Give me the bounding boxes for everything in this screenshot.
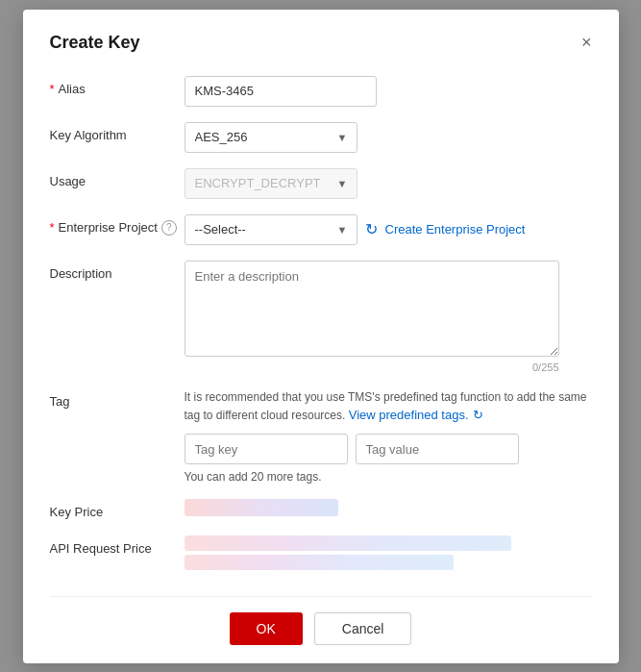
api-request-price-row: API Request Price [50,535,592,573]
alias-control [185,76,592,107]
api-request-price-label: API Request Price [50,535,185,556]
description-row: Description 0/255 [50,261,592,373]
api-request-price-blurred [185,535,550,570]
alias-required-star: * [50,82,55,96]
description-textarea[interactable] [185,261,559,357]
modal-overlay: Create Key × * Alias Key Algorithm AES_2… [0,0,641,672]
description-textarea-wrapper: 0/255 [185,261,559,373]
create-key-modal: Create Key × * Alias Key Algorithm AES_2… [23,10,619,663]
enterprise-project-select-wrapper: --Select-- ▼ [185,214,357,245]
usage-label: Usage [50,168,185,188]
description-control: 0/255 [185,261,592,373]
key-algorithm-control: AES_256 AES_128 SM4 ▼ [185,122,592,153]
char-count: 0/255 [185,361,559,373]
enterprise-project-label: * Enterprise Project ? [50,214,185,236]
key-price-control [185,499,592,520]
tag-inputs [185,434,592,464]
enterprise-project-control: --Select-- ▼ ↻ Create Enterprise Project [185,214,592,245]
cancel-button[interactable]: Cancel [314,612,412,645]
usage-select-wrapper: ENCRYPT_DECRYPT ▼ [185,168,357,199]
enterprise-required-star: * [50,220,55,235]
tag-refresh-icon[interactable]: ↻ [473,406,483,425]
view-predefined-tags-group: View predefined tags. ↻ [349,406,483,425]
tag-row: Tag It is recommended that you use TMS's… [50,388,592,485]
tag-label: Tag [50,388,185,409]
key-price-blurred [185,499,338,516]
api-request-price-control [185,535,592,573]
tag-description: It is recommended that you use TMS's pre… [185,388,588,425]
key-algorithm-label: Key Algorithm [50,122,185,142]
create-enterprise-project-link[interactable]: Create Enterprise Project [385,222,526,236]
enterprise-project-row-inner: --Select-- ▼ ↻ Create Enterprise Project [185,214,592,245]
view-predefined-tags-link[interactable]: View predefined tags. [349,406,469,425]
modal-title: Create Key [50,33,140,53]
key-algorithm-row: Key Algorithm AES_256 AES_128 SM4 ▼ [50,122,592,153]
alias-label: * Alias [50,76,185,96]
enterprise-project-row: * Enterprise Project ? --Select-- ▼ ↻ Cr… [50,214,592,245]
ok-button[interactable]: OK [230,612,303,645]
key-price-label: Key Price [50,499,185,519]
key-algorithm-select-wrapper: AES_256 AES_128 SM4 ▼ [185,122,357,153]
alias-input[interactable] [185,76,377,107]
enterprise-help-icon[interactable]: ? [161,220,177,236]
key-price-row: Key Price [50,499,592,520]
alias-row: * Alias [50,76,592,107]
usage-select: ENCRYPT_DECRYPT [185,168,357,199]
description-label: Description [50,261,185,281]
key-algorithm-select[interactable]: AES_256 AES_128 SM4 [185,122,357,153]
close-icon[interactable]: × [581,34,592,51]
usage-row: Usage ENCRYPT_DECRYPT ▼ [50,168,592,199]
tag-key-input[interactable] [185,434,348,464]
tag-hint: You can add 20 more tags. [185,470,592,484]
usage-control: ENCRYPT_DECRYPT ▼ [185,168,592,199]
tag-value-input[interactable] [356,434,519,464]
enterprise-project-select[interactable]: --Select-- [185,214,357,245]
tag-control: It is recommended that you use TMS's pre… [185,388,592,485]
refresh-icon[interactable]: ↻ [365,220,378,238]
modal-header: Create Key × [50,33,592,53]
modal-footer: OK Cancel [50,596,592,645]
